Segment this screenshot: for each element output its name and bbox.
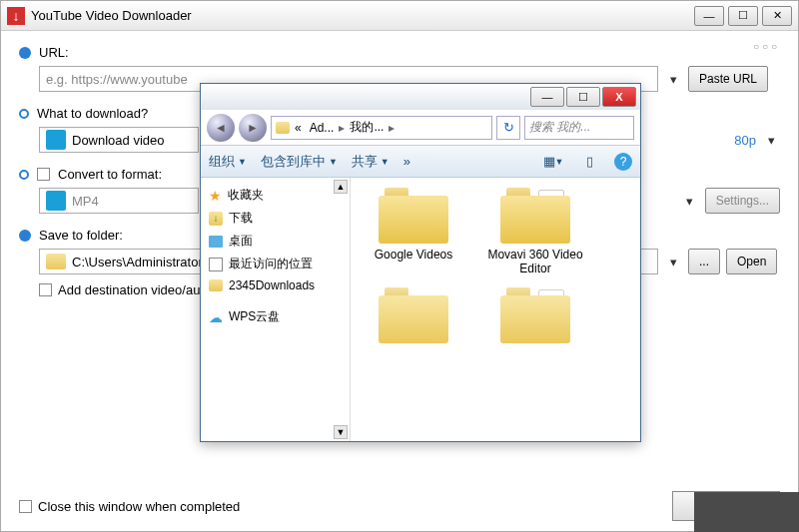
desktop-icon <box>209 236 223 248</box>
convert-label: Convert to format: <box>58 167 162 182</box>
quality-dropdown[interactable]: ▾ <box>762 133 780 148</box>
preview-pane-button[interactable]: ▯ <box>578 151 600 173</box>
folder-item-partial[interactable] <box>359 287 468 347</box>
cloud-icon: ☁ <box>209 309 223 325</box>
settings-button[interactable]: Settings... <box>705 188 780 214</box>
bullet-icon <box>19 170 29 180</box>
scroll-down-button[interactable]: ▼ <box>334 425 348 439</box>
paste-url-button[interactable]: Paste URL <box>688 66 768 92</box>
folder-icon <box>500 287 570 343</box>
quality-value: 80p <box>734 133 756 148</box>
video-icon <box>46 191 66 211</box>
format-select[interactable]: MP4 <box>39 188 199 214</box>
dialog-maximize-button[interactable]: ☐ <box>566 87 600 107</box>
folder-icon <box>276 122 290 134</box>
folder-item-partial[interactable] <box>480 287 590 347</box>
folder-google-videos[interactable]: Google Videos <box>359 188 468 275</box>
convert-checkbox[interactable] <box>37 168 50 181</box>
file-pane[interactable]: Google Videos Movavi 360 Video Editor <box>351 178 640 441</box>
help-icon[interactable]: ? <box>614 153 632 171</box>
folder-movavi-360[interactable]: Movavi 360 Video Editor <box>480 188 590 275</box>
sidebar-downloads[interactable]: 下载 <box>205 207 346 230</box>
view-button[interactable]: ▦▼ <box>542 151 564 173</box>
back-button[interactable]: ◄ <box>207 114 235 142</box>
download-type-select[interactable]: Download video <box>39 127 199 153</box>
more-menu[interactable]: » <box>403 154 410 169</box>
folder-icon <box>209 279 223 291</box>
dialog-close-button[interactable]: X <box>602 87 636 107</box>
folder-icon <box>46 254 66 269</box>
off-panel <box>694 492 799 532</box>
breadcrumb[interactable]: « Ad... ▸ 我的... ▸ <box>271 116 492 140</box>
folder-icon <box>379 287 448 343</box>
recent-icon <box>209 258 223 271</box>
add-dest-checkbox[interactable] <box>39 283 52 296</box>
browse-button[interactable]: ... <box>688 249 720 274</box>
search-input[interactable]: 搜索 我的... <box>524 116 634 140</box>
app-icon: ↓ <box>7 7 25 25</box>
sidebar-wps[interactable]: ☁WPS云盘 <box>205 305 346 328</box>
path-dropdown[interactable]: ▾ <box>664 255 682 269</box>
nav-bar: ◄ ► « Ad... ▸ 我的... ▸ ↻ 搜索 我的... <box>201 110 640 146</box>
save-label: Save to folder: <box>39 228 123 243</box>
folder-icon <box>379 188 448 244</box>
sidebar: ▲ ★收藏夹 下载 桌面 最近访问的位置 2345Downloads ☁WPS云… <box>201 178 351 441</box>
toolbar: 组织 ▼ 包含到库中 ▼ 共享 ▼ » ▦▼ ▯ ? <box>201 146 640 178</box>
include-menu[interactable]: 包含到库中 ▼ <box>261 153 338 171</box>
open-button[interactable]: Open <box>726 249 777 274</box>
format-dropdown[interactable]: ▾ <box>681 194 699 209</box>
titlebar: ↓ YouTube Video Downloader — ☐ ✕ <box>1 1 798 31</box>
forward-button[interactable]: ► <box>239 114 267 142</box>
refresh-button[interactable]: ↻ <box>496 116 520 140</box>
sidebar-2345[interactable]: 2345Downloads <box>205 275 346 295</box>
dialog-titlebar: — ☐ X <box>201 84 640 110</box>
maximize-button[interactable]: ☐ <box>728 6 758 26</box>
add-dest-label: Add destination video/au <box>58 282 200 297</box>
what-label: What to download? <box>37 106 148 121</box>
folder-browser-dialog: — ☐ X ◄ ► « Ad... ▸ 我的... ▸ ↻ 搜索 我的... 组… <box>200 83 641 442</box>
url-dropdown[interactable]: ▾ <box>664 72 682 87</box>
star-icon: ★ <box>209 188 222 204</box>
folder-icon <box>500 188 570 244</box>
scroll-up-button[interactable]: ▲ <box>334 180 348 194</box>
dialog-minimize-button[interactable]: — <box>530 87 564 107</box>
sidebar-recent[interactable]: 最近访问的位置 <box>205 253 346 275</box>
sidebar-favorites[interactable]: ★收藏夹 <box>205 184 346 207</box>
minimize-button[interactable]: — <box>694 6 724 26</box>
url-label: URL: <box>39 45 69 60</box>
close-button[interactable]: ✕ <box>762 6 792 26</box>
share-menu[interactable]: 共享 ▼ <box>352 153 390 171</box>
close-when-done-checkbox[interactable] <box>19 500 32 513</box>
close-when-done-label: Close this window when completed <box>38 499 240 514</box>
sidebar-desktop[interactable]: 桌面 <box>205 230 346 253</box>
downloads-icon <box>209 212 223 226</box>
organize-menu[interactable]: 组织 ▼ <box>209 153 247 171</box>
bullet-icon <box>19 47 31 59</box>
bullet-icon <box>19 230 31 242</box>
video-icon <box>46 130 66 150</box>
bullet-icon <box>19 109 29 119</box>
app-title: YouTube Video Downloader <box>31 8 694 23</box>
